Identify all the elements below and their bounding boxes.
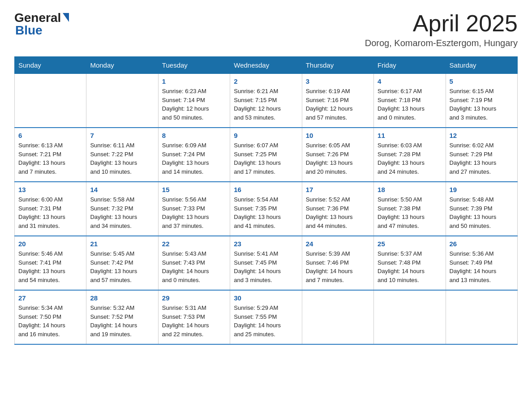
day-number: 2: [234, 77, 298, 85]
calendar-cell: 28Sunrise: 5:32 AM Sunset: 7:52 PM Dayli…: [86, 290, 158, 344]
calendar-week-4: 27Sunrise: 5:34 AM Sunset: 7:50 PM Dayli…: [15, 290, 518, 344]
calendar-cell: [446, 290, 517, 344]
day-number: 27: [18, 294, 82, 302]
calendar-cell: 4Sunrise: 6:17 AM Sunset: 7:18 PM Daylig…: [374, 74, 446, 128]
day-info: Sunrise: 6:13 AM Sunset: 7:21 PM Dayligh…: [18, 141, 82, 176]
day-number: 22: [162, 240, 226, 248]
calendar-cell: [302, 290, 373, 344]
weekday-header-sunday: Sunday: [15, 57, 86, 74]
calendar-cell: 3Sunrise: 6:19 AM Sunset: 7:16 PM Daylig…: [302, 74, 373, 128]
day-info: Sunrise: 5:39 AM Sunset: 7:46 PM Dayligh…: [306, 249, 370, 284]
calendar-cell: 17Sunrise: 5:52 AM Sunset: 7:36 PM Dayli…: [302, 182, 373, 236]
calendar-cell: 18Sunrise: 5:50 AM Sunset: 7:38 PM Dayli…: [374, 182, 446, 236]
calendar-cell: 30Sunrise: 5:29 AM Sunset: 7:55 PM Dayli…: [230, 290, 302, 344]
calendar-cell: 23Sunrise: 5:41 AM Sunset: 7:45 PM Dayli…: [230, 236, 302, 290]
calendar-cell: 6Sunrise: 6:13 AM Sunset: 7:21 PM Daylig…: [15, 128, 86, 182]
calendar-cell: 16Sunrise: 5:54 AM Sunset: 7:35 PM Dayli…: [230, 182, 302, 236]
day-number: 6: [18, 132, 82, 139]
page-header: General Blue April 2025 Dorog, Komarom-E…: [14, 11, 518, 48]
day-info: Sunrise: 5:34 AM Sunset: 7:50 PM Dayligh…: [18, 304, 82, 338]
calendar-cell: 29Sunrise: 5:31 AM Sunset: 7:53 PM Dayli…: [158, 290, 230, 344]
day-number: 14: [90, 186, 154, 193]
day-info: Sunrise: 6:03 AM Sunset: 7:28 PM Dayligh…: [378, 141, 442, 176]
day-number: 30: [234, 294, 298, 302]
day-number: 20: [18, 240, 82, 248]
day-number: 21: [90, 240, 154, 248]
day-info: Sunrise: 6:17 AM Sunset: 7:18 PM Dayligh…: [378, 87, 442, 122]
day-number: 10: [306, 132, 370, 139]
day-info: Sunrise: 5:43 AM Sunset: 7:43 PM Dayligh…: [162, 249, 226, 284]
header-right: April 2025 Dorog, Komarom-Esztergom, Hun…: [365, 11, 518, 48]
day-number: 5: [450, 77, 514, 85]
calendar-cell: 11Sunrise: 6:03 AM Sunset: 7:28 PM Dayli…: [374, 128, 446, 182]
calendar-cell: 12Sunrise: 6:02 AM Sunset: 7:29 PM Dayli…: [446, 128, 517, 182]
calendar-cell: 10Sunrise: 6:05 AM Sunset: 7:26 PM Dayli…: [302, 128, 373, 182]
calendar-cell: 15Sunrise: 5:56 AM Sunset: 7:33 PM Dayli…: [158, 182, 230, 236]
day-info: Sunrise: 6:02 AM Sunset: 7:29 PM Dayligh…: [450, 141, 514, 176]
day-info: Sunrise: 6:15 AM Sunset: 7:19 PM Dayligh…: [450, 87, 514, 122]
day-number: 17: [306, 186, 370, 193]
logo-blue-text: Blue: [14, 23, 43, 38]
day-number: 8: [162, 132, 226, 139]
day-number: 16: [234, 186, 298, 193]
day-number: 25: [378, 240, 442, 248]
day-info: Sunrise: 5:29 AM Sunset: 7:55 PM Dayligh…: [234, 304, 298, 338]
logo-arrow-icon: [63, 13, 69, 22]
calendar-cell: 2Sunrise: 6:21 AM Sunset: 7:15 PM Daylig…: [230, 74, 302, 128]
day-info: Sunrise: 5:36 AM Sunset: 7:49 PM Dayligh…: [450, 249, 514, 284]
calendar-cell: 20Sunrise: 5:46 AM Sunset: 7:41 PM Dayli…: [15, 236, 86, 290]
day-number: 3: [306, 77, 370, 85]
calendar-week-3: 20Sunrise: 5:46 AM Sunset: 7:41 PM Dayli…: [15, 236, 518, 290]
day-info: Sunrise: 6:19 AM Sunset: 7:16 PM Dayligh…: [306, 87, 370, 122]
day-info: Sunrise: 5:32 AM Sunset: 7:52 PM Dayligh…: [90, 304, 154, 338]
day-number: 9: [234, 132, 298, 139]
weekday-header-monday: Monday: [86, 57, 158, 74]
calendar-cell: 13Sunrise: 6:00 AM Sunset: 7:31 PM Dayli…: [15, 182, 86, 236]
calendar-cell: [15, 74, 86, 128]
day-number: 19: [450, 186, 514, 193]
weekday-header-wednesday: Wednesday: [230, 57, 302, 74]
calendar-cell: 24Sunrise: 5:39 AM Sunset: 7:46 PM Dayli…: [302, 236, 373, 290]
day-info: Sunrise: 6:05 AM Sunset: 7:26 PM Dayligh…: [306, 141, 370, 176]
calendar-table: SundayMondayTuesdayWednesdayThursdayFrid…: [14, 56, 518, 345]
calendar-week-0: 1Sunrise: 6:23 AM Sunset: 7:14 PM Daylig…: [15, 74, 518, 128]
day-info: Sunrise: 5:31 AM Sunset: 7:53 PM Dayligh…: [162, 304, 226, 338]
weekday-header-saturday: Saturday: [446, 57, 517, 74]
calendar-cell: 26Sunrise: 5:36 AM Sunset: 7:49 PM Dayli…: [446, 236, 517, 290]
logo: General Blue: [14, 11, 69, 38]
calendar-cell: 7Sunrise: 6:11 AM Sunset: 7:22 PM Daylig…: [86, 128, 158, 182]
calendar-week-2: 13Sunrise: 6:00 AM Sunset: 7:31 PM Dayli…: [15, 182, 518, 236]
weekday-header-friday: Friday: [374, 57, 446, 74]
weekday-header-row: SundayMondayTuesdayWednesdayThursdayFrid…: [15, 57, 518, 74]
day-number: 12: [450, 132, 514, 139]
calendar-cell: [86, 74, 158, 128]
day-number: 11: [378, 132, 442, 139]
calendar-cell: 22Sunrise: 5:43 AM Sunset: 7:43 PM Dayli…: [158, 236, 230, 290]
location: Dorog, Komarom-Esztergom, Hungary: [365, 38, 518, 48]
day-number: 29: [162, 294, 226, 302]
day-number: 28: [90, 294, 154, 302]
day-info: Sunrise: 5:58 AM Sunset: 7:32 PM Dayligh…: [90, 195, 154, 230]
day-info: Sunrise: 6:07 AM Sunset: 7:25 PM Dayligh…: [234, 141, 298, 176]
calendar-cell: 21Sunrise: 5:45 AM Sunset: 7:42 PM Dayli…: [86, 236, 158, 290]
calendar-cell: 25Sunrise: 5:37 AM Sunset: 7:48 PM Dayli…: [374, 236, 446, 290]
day-number: 18: [378, 186, 442, 193]
day-info: Sunrise: 5:56 AM Sunset: 7:33 PM Dayligh…: [162, 195, 226, 230]
day-info: Sunrise: 5:46 AM Sunset: 7:41 PM Dayligh…: [18, 249, 82, 284]
calendar-cell: 27Sunrise: 5:34 AM Sunset: 7:50 PM Dayli…: [15, 290, 86, 344]
day-info: Sunrise: 6:23 AM Sunset: 7:14 PM Dayligh…: [162, 87, 226, 122]
day-number: 7: [90, 132, 154, 139]
day-info: Sunrise: 5:45 AM Sunset: 7:42 PM Dayligh…: [90, 249, 154, 284]
month-title: April 2025: [365, 11, 518, 36]
weekday-header-tuesday: Tuesday: [158, 57, 230, 74]
day-number: 24: [306, 240, 370, 248]
calendar-cell: 19Sunrise: 5:48 AM Sunset: 7:39 PM Dayli…: [446, 182, 517, 236]
day-info: Sunrise: 6:00 AM Sunset: 7:31 PM Dayligh…: [18, 195, 82, 230]
day-info: Sunrise: 6:11 AM Sunset: 7:22 PM Dayligh…: [90, 141, 154, 176]
day-info: Sunrise: 5:48 AM Sunset: 7:39 PM Dayligh…: [450, 195, 514, 230]
day-number: 13: [18, 186, 82, 193]
day-info: Sunrise: 6:21 AM Sunset: 7:15 PM Dayligh…: [234, 87, 298, 122]
day-number: 23: [234, 240, 298, 248]
calendar-header: SundayMondayTuesdayWednesdayThursdayFrid…: [15, 57, 518, 74]
day-info: Sunrise: 5:41 AM Sunset: 7:45 PM Dayligh…: [234, 249, 298, 284]
